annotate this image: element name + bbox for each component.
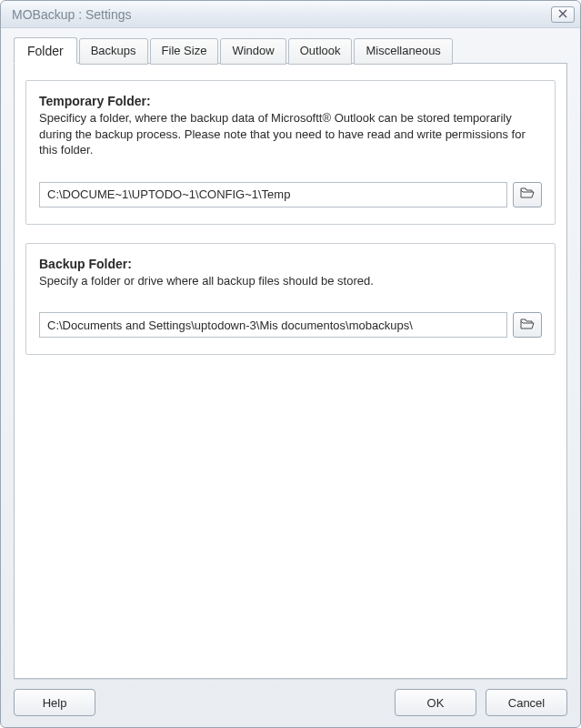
tab-file-size[interactable]: File Size: [150, 38, 219, 65]
temp-folder-browse-button[interactable]: [513, 182, 542, 207]
folder-open-icon: [520, 318, 535, 332]
group-temporary-folder: Temporary Folder: Specificy a folder, wh…: [25, 80, 556, 225]
tab-label: Window: [232, 44, 274, 57]
settings-window: MOBackup : Settings Folder Backups File …: [0, 0, 581, 728]
tab-label: File Size: [162, 44, 207, 57]
cancel-button[interactable]: Cancel: [486, 689, 567, 716]
ok-button[interactable]: OK: [395, 689, 476, 716]
group-title: Backup Folder:: [39, 257, 542, 271]
titlebar[interactable]: MOBackup : Settings: [1, 1, 580, 28]
group-description: Specificy a folder, where the backup dat…: [39, 110, 542, 158]
temp-folder-row: [39, 182, 542, 207]
folder-open-icon: [520, 187, 535, 201]
tab-outlook[interactable]: Outlook: [288, 38, 353, 65]
tab-label: Folder: [27, 44, 64, 58]
close-button[interactable]: [551, 6, 575, 23]
backup-folder-row: [39, 312, 542, 338]
backup-folder-input[interactable]: [39, 312, 507, 338]
tab-label: Backups: [91, 44, 136, 57]
tab-backups[interactable]: Backups: [79, 38, 148, 65]
window-title: MOBackup : Settings: [12, 7, 132, 22]
close-icon: [558, 7, 567, 21]
tabpage-folder: Temporary Folder: Specificy a folder, wh…: [14, 63, 567, 679]
tab-miscellaneous[interactable]: Miscellaneous: [354, 38, 452, 65]
tab-folder[interactable]: Folder: [14, 37, 77, 64]
group-backup-folder: Backup Folder: Specify a folder or drive…: [25, 243, 556, 356]
temp-folder-input[interactable]: [39, 182, 507, 207]
tab-window[interactable]: Window: [220, 38, 285, 65]
tab-label: Outlook: [300, 44, 341, 57]
client-area: Folder Backups File Size Window Outlook …: [1, 28, 580, 727]
backup-folder-browse-button[interactable]: [513, 312, 542, 338]
group-description: Specify a folder or drive where all back…: [39, 273, 542, 289]
tab-label: Miscellaneous: [366, 44, 440, 57]
footer: Help OK Cancel: [14, 679, 567, 716]
group-title: Temporary Folder:: [39, 94, 542, 108]
help-button[interactable]: Help: [14, 689, 95, 716]
tabstrip: Folder Backups File Size Window Outlook …: [14, 37, 567, 64]
